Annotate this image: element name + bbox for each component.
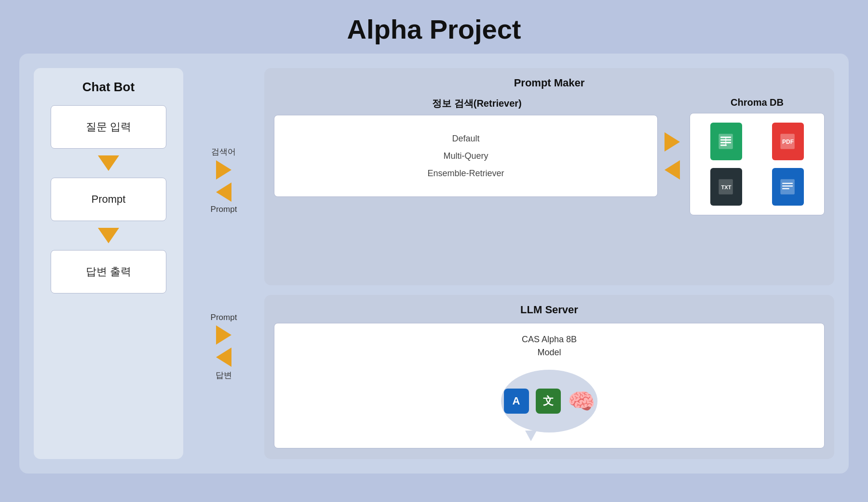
- chroma-box: Chroma DB: [690, 97, 825, 215]
- chroma-title: Chroma DB: [690, 97, 825, 108]
- arrow-left-bottom: [216, 348, 231, 367]
- arrow-down-1: [98, 155, 119, 171]
- svg-rect-11: [782, 183, 793, 184]
- svg-rect-13: [782, 188, 789, 189]
- llm-section-row: LLM Server CAS Alpha 8BModel A 文 🧠: [264, 295, 834, 459]
- file-icon-pdf: PDF: [771, 122, 805, 161]
- retriever-box: 정보 검색(Retriever) DefaultMulti-QueryEnsem…: [274, 97, 680, 215]
- chat-box-answer: 답변 출력: [51, 250, 166, 293]
- svg-rect-10: [780, 179, 794, 194]
- connector-bottom-label: Prompt: [211, 205, 237, 214]
- file-icon-docs: [771, 167, 805, 206]
- connector-top-group: 검색어 Prompt: [211, 146, 237, 214]
- svg-text:TXT: TXT: [721, 184, 732, 190]
- arrow-down-2: [98, 228, 119, 243]
- prompt-maker-title: Prompt Maker: [274, 77, 825, 89]
- svg-text:PDF: PDF: [782, 139, 794, 145]
- svg-rect-12: [782, 185, 793, 186]
- arrow-right-retriever: [665, 132, 680, 152]
- llm-server: LLM Server CAS Alpha 8BModel A 文 🧠: [264, 295, 834, 459]
- chat-box-prompt: Prompt: [51, 178, 166, 221]
- connector-top-label: 검색어: [211, 146, 236, 157]
- llm-inner: CAS Alpha 8BModel A 文 🧠: [274, 323, 825, 448]
- llm-title: LLM Server: [274, 304, 825, 316]
- prompt-maker: Prompt Maker 정보 검색(Retriever) DefaultMul…: [264, 68, 834, 285]
- lang-icon-a: A: [504, 389, 529, 414]
- chatbot-title: Chat Bot: [82, 80, 135, 95]
- llm-model-title: CAS Alpha 8BModel: [522, 333, 577, 359]
- chat-box-question: 질문 입력: [51, 105, 166, 149]
- main-container: Chat Bot 질문 입력 Prompt 답변 출력 검색어 Prompt P…: [19, 54, 849, 474]
- speech-bubble: A 文 🧠: [501, 370, 597, 432]
- right-panel: Prompt Maker 정보 검색(Retriever) DefaultMul…: [264, 68, 834, 459]
- retriever-arrows: [665, 132, 680, 180]
- chatbot-panel: Chat Bot 질문 입력 Prompt 답변 출력: [34, 68, 183, 459]
- connector-prompt-label: Prompt: [211, 313, 237, 322]
- arrow-right-top: [216, 160, 231, 180]
- chroma-inner: PDF TXT: [690, 113, 825, 215]
- arrow-right-bottom: [216, 325, 231, 345]
- retriever-title: 정보 검색(Retriever): [274, 97, 680, 110]
- lang-icon-chinese: 文: [536, 389, 561, 414]
- connector-answer-label: 답변: [216, 370, 232, 381]
- arrow-left-top: [216, 182, 231, 202]
- arrow-left-retriever: [665, 160, 680, 180]
- retriever-content: DefaultMulti-QueryEnsemble-Retriever: [274, 115, 658, 197]
- page-title: Alpha Project: [0, 0, 868, 54]
- connector-panel: 검색어 Prompt Prompt 답변: [195, 68, 253, 459]
- file-icon-sheets: [709, 122, 743, 161]
- file-icon-txt: TXT: [709, 167, 743, 206]
- connector-bottom-group: Prompt 답변: [211, 313, 237, 381]
- brain-icon: 🧠: [568, 388, 595, 414]
